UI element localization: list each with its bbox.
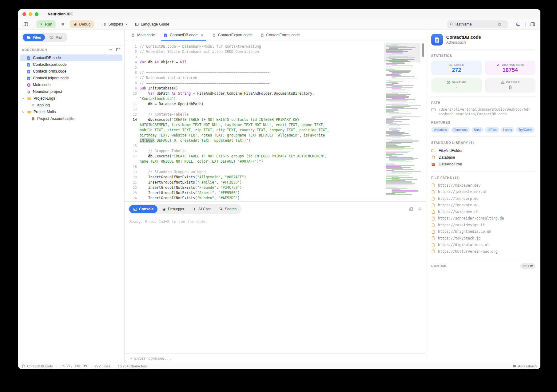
- filepath-item[interactable]: https://swissdev.ch: [431, 208, 535, 215]
- console-tab-console[interactable]: Console: [129, 205, 157, 213]
- code-line[interactable]: 13 // Kontakte-Tabelle: [125, 112, 426, 117]
- line-number: 21: [125, 180, 137, 185]
- search-input[interactable]: [456, 22, 495, 26]
- code-line[interactable]: 9Sub InitDatabase(): [125, 86, 426, 91]
- tree-item-contactdb-code[interactable]: ContactDB.code: [20, 54, 122, 61]
- code-line[interactable]: 12: [125, 107, 426, 112]
- status-cursor-position: Ln 21, Col 39: [61, 364, 87, 368]
- tree-item-project-logs[interactable]: Project-Logs: [20, 95, 122, 102]
- editor-tab-contactdb-code[interactable]: ContactDB.code: [159, 30, 208, 41]
- code-line[interactable]: 24 InsertGroupIfNotExists("Kunden", "#AF…: [125, 196, 426, 201]
- filepath-item[interactable]: https://schneider-consulting.de: [431, 215, 535, 222]
- command-row: >: [125, 353, 426, 363]
- tab-mail[interactable]: Mail: [46, 34, 66, 41]
- clear-search-icon[interactable]: [497, 22, 502, 26]
- code-line[interactable]: 7// Datenbank initialisieren: [125, 75, 426, 81]
- file-badge-icon: [431, 34, 443, 46]
- line-number: 7: [125, 75, 137, 81]
- code-line[interactable]: 22 InsertGroupIfNotExists("Freunde", "#3…: [125, 185, 426, 190]
- tree-item-neuridion-project[interactable]: Neuridion.project: [20, 88, 122, 95]
- code-line[interactable]: 2// Verwaltet SQLite-Datenbank mit allen…: [125, 49, 426, 54]
- filepath-item[interactable]: https://brightmedia.co.uk: [431, 228, 535, 235]
- editor-tab-bar: Main.codeContactDB.codeContactExport.cod…: [125, 30, 426, 41]
- runtime-toggle[interactable]: Off: [520, 263, 535, 269]
- filepath-url: https://digisolutions.nl: [438, 243, 489, 247]
- tree-item-project-mails[interactable]: Project-Mails: [20, 109, 122, 115]
- brain-icon: [27, 83, 31, 87]
- minimap[interactable]: [386, 43, 418, 196]
- add-file-button[interactable]: [109, 48, 113, 52]
- console-tab-search[interactable]: Search: [215, 205, 241, 213]
- document-icon: [431, 190, 435, 194]
- stop-button[interactable]: [59, 20, 67, 28]
- code-line[interactable]: 3: [125, 54, 426, 60]
- dark-mode-toggle[interactable]: [514, 20, 522, 28]
- inspector-file-name: ContactDB.code: [446, 35, 481, 40]
- code-line[interactable]: 17 db.Execute("CREATE TABLE IF NOT EXIST…: [125, 154, 426, 164]
- code-line[interactable]: 10 Var dbPath As String = FileAndFolder.…: [125, 91, 426, 101]
- global-search-field[interactable]: [447, 20, 508, 28]
- filepath-item[interactable]: https://rossidesign.it: [431, 222, 535, 228]
- minimap-viewport[interactable]: [384, 43, 420, 62]
- editor-tab-contactexport-code[interactable]: ContactExport.code: [208, 30, 256, 41]
- language-guide-button[interactable]: Language Guide: [133, 20, 171, 28]
- code-line[interactable]: 23 InsertGroupIfNotExists("Arbeit", "#FF…: [125, 190, 426, 196]
- code-line[interactable]: 1// ContactDB.code — Datenbank-Modul für…: [125, 44, 426, 49]
- filepath-item[interactable]: https://maxbauer.dev: [431, 182, 535, 189]
- code-line[interactable]: 4Var db As Object = Nil: [125, 60, 426, 65]
- filepath-item[interactable]: https://jakobsteiner.at: [431, 189, 535, 196]
- snippets-button[interactable]: Snippets: [100, 20, 130, 28]
- editor-tab-contactforms-code[interactable]: ContactForms.code: [256, 30, 304, 41]
- window-title: Neuridion IDE: [48, 12, 73, 16]
- code-line[interactable]: 20 InsertGroupIfNotExists("Allgemein", "…: [125, 175, 426, 180]
- code-editor[interactable]: 1// ContactDB.code — Datenbank-Modul für…: [125, 41, 426, 201]
- tab-files[interactable]: Files: [23, 34, 45, 41]
- filepath-item[interactable]: https://kulturverein-muc.org: [431, 248, 535, 255]
- code-line[interactable]: 5: [125, 65, 426, 70]
- chevron-down-icon[interactable]: [22, 97, 25, 100]
- debug-button[interactable]: Debug: [70, 20, 94, 28]
- tree-item-main-code[interactable]: Main.code: [20, 81, 122, 88]
- minimize-window-button[interactable]: [29, 12, 32, 16]
- toggle-inspector-button[interactable]: [529, 20, 537, 28]
- code-content[interactable]: 1// ContactDB.code — Datenbank-Modul für…: [125, 41, 426, 201]
- code-line[interactable]: 21 InsertGroupIfNotExists("Familie", "#F…: [125, 180, 426, 185]
- command-input[interactable]: [134, 356, 421, 361]
- chevron-down-icon[interactable]: [22, 110, 25, 113]
- run-button[interactable]: Run: [36, 20, 56, 28]
- clear-output-button[interactable]: [418, 207, 422, 212]
- zoom-window-button[interactable]: [35, 12, 38, 16]
- calendar-icon: [431, 162, 436, 166]
- toggle-sidebar-button[interactable]: [22, 20, 30, 28]
- copy-output-button[interactable]: [409, 207, 413, 212]
- tree-item-contacthelpers-code[interactable]: ContactHelpers.code: [20, 75, 122, 81]
- close-tab-icon[interactable]: [201, 34, 204, 37]
- filepath-item[interactable]: https://tokyotech.jp: [431, 235, 535, 242]
- code-line[interactable]: 6// ====================================…: [125, 70, 426, 75]
- tree-item-contactexport-code[interactable]: ContactExport.code: [20, 61, 122, 68]
- new-folder-button[interactable]: [116, 47, 121, 52]
- stat-value: 16754: [503, 67, 518, 73]
- code-line[interactable]: 19 // Standard-Gruppen anlegen: [125, 169, 426, 175]
- code-line[interactable]: 16 // Gruppen-Tabelle: [125, 148, 426, 154]
- code-line[interactable]: 11 db = Database.Open(dbPath): [125, 101, 426, 107]
- stat-label: RUNTIME: [452, 81, 466, 84]
- close-window-button[interactable]: [22, 12, 26, 16]
- console-tab-debugger[interactable]: Debugger: [158, 205, 188, 213]
- line-number: 3: [125, 54, 137, 60]
- filepath-item[interactable]: https://innovate.eu: [431, 202, 535, 209]
- code-line[interactable]: 8// ====================================…: [125, 81, 426, 86]
- filepath-url: https://maxbauer.dev: [438, 183, 480, 188]
- code-line[interactable]: 14 db.Execute("CREATE TABLE IF NOT EXIST…: [125, 117, 426, 143]
- code-line[interactable]: 15: [125, 143, 426, 148]
- tree-item-app-log[interactable]: app.log: [20, 102, 122, 109]
- code-line[interactable]: 18: [125, 164, 426, 169]
- editor-scrollbar-thumb[interactable]: [422, 43, 424, 57]
- stat-label: LINES: [454, 63, 464, 66]
- tree-item-contactforms-code[interactable]: ContactForms.code: [20, 68, 122, 75]
- editor-tab-main-code[interactable]: Main.code: [127, 30, 159, 41]
- console-tab-ai-chat[interactable]: AI Chat: [189, 205, 215, 213]
- filepath-item[interactable]: https://digisolutions.nl: [431, 242, 535, 248]
- tree-item-project-account-sqlite[interactable]: Project-Account.sqlite: [20, 115, 122, 122]
- filepath-item[interactable]: https://techcorp.de: [431, 195, 535, 202]
